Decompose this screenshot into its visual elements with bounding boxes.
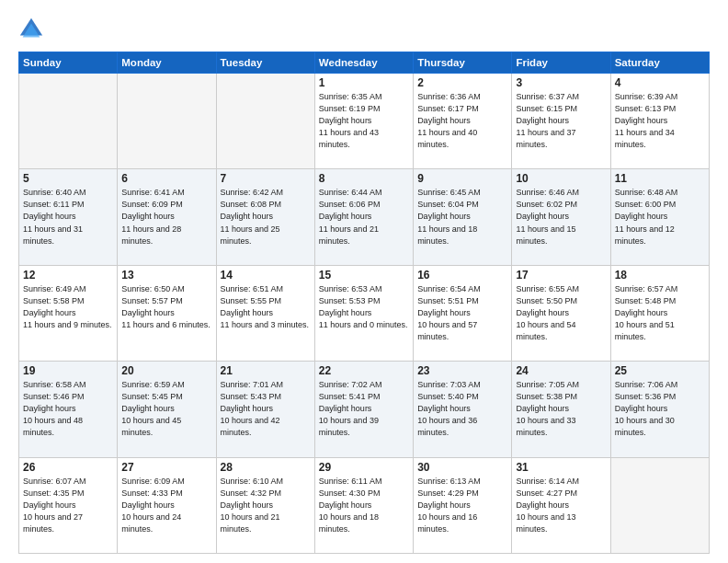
table-row: 21 Sunrise: 7:01 AM Sunset: 5:43 PM Dayl… bbox=[216, 362, 314, 457]
table-row: 12 Sunrise: 6:49 AM Sunset: 5:58 PM Dayl… bbox=[19, 265, 118, 361]
page: Sunday Monday Tuesday Wednesday Thursday… bbox=[0, 0, 728, 563]
day-info: Sunrise: 6:59 AM Sunset: 5:45 PM Dayligh… bbox=[121, 379, 211, 439]
day-number: 20 bbox=[121, 364, 211, 377]
table-row: 15 Sunrise: 6:53 AM Sunset: 5:53 PM Dayl… bbox=[314, 265, 413, 361]
day-number: 7 bbox=[221, 172, 311, 185]
table-row: 31 Sunrise: 6:14 AM Sunset: 4:27 PM Dayl… bbox=[512, 457, 610, 553]
day-info: Sunrise: 7:06 AM Sunset: 5:36 PM Dayligh… bbox=[615, 379, 705, 439]
table-row: 8 Sunrise: 6:44 AM Sunset: 6:06 PM Dayli… bbox=[314, 169, 413, 265]
table-row: 25 Sunrise: 7:06 AM Sunset: 5:36 PM Dayl… bbox=[610, 362, 709, 457]
day-info: Sunrise: 6:11 AM Sunset: 4:30 PM Dayligh… bbox=[319, 476, 409, 535]
col-sunday: Sunday bbox=[19, 52, 118, 74]
table-row: 11 Sunrise: 6:48 AM Sunset: 6:00 PM Dayl… bbox=[610, 169, 709, 265]
table-row: 26 Sunrise: 6:07 AM Sunset: 4:35 PM Dayl… bbox=[19, 457, 118, 553]
table-row: 2 Sunrise: 6:36 AM Sunset: 6:17 PM Dayli… bbox=[414, 74, 512, 169]
day-number: 10 bbox=[516, 172, 606, 185]
day-number: 9 bbox=[417, 172, 507, 185]
col-monday: Monday bbox=[118, 52, 216, 74]
table-row: 13 Sunrise: 6:50 AM Sunset: 5:57 PM Dayl… bbox=[118, 265, 216, 361]
day-number: 11 bbox=[615, 172, 705, 185]
calendar-week-row: 19 Sunrise: 6:58 AM Sunset: 5:46 PM Dayl… bbox=[19, 362, 710, 457]
col-thursday: Thursday bbox=[414, 52, 512, 74]
day-info: Sunrise: 6:37 AM Sunset: 6:15 PM Dayligh… bbox=[516, 91, 606, 151]
logo bbox=[18, 17, 48, 42]
table-row: 30 Sunrise: 6:13 AM Sunset: 4:29 PM Dayl… bbox=[414, 457, 512, 553]
table-row: 23 Sunrise: 7:03 AM Sunset: 5:40 PM Dayl… bbox=[414, 362, 512, 457]
table-row: 3 Sunrise: 6:37 AM Sunset: 6:15 PM Dayli… bbox=[512, 74, 610, 169]
day-info: Sunrise: 6:45 AM Sunset: 6:04 PM Dayligh… bbox=[417, 187, 507, 247]
logo-icon bbox=[18, 17, 44, 42]
day-info: Sunrise: 6:41 AM Sunset: 6:09 PM Dayligh… bbox=[121, 187, 211, 247]
day-info: Sunrise: 6:07 AM Sunset: 4:35 PM Dayligh… bbox=[23, 476, 113, 535]
day-number: 6 bbox=[121, 172, 211, 185]
col-saturday: Saturday bbox=[610, 52, 709, 74]
day-number: 12 bbox=[23, 269, 113, 282]
day-number: 22 bbox=[319, 364, 409, 377]
day-number: 30 bbox=[417, 461, 507, 474]
table-row: 27 Sunrise: 6:09 AM Sunset: 4:33 PM Dayl… bbox=[118, 457, 216, 553]
table-row bbox=[216, 74, 314, 169]
day-number: 8 bbox=[319, 172, 409, 185]
day-number: 25 bbox=[615, 364, 705, 377]
table-row: 29 Sunrise: 6:11 AM Sunset: 4:30 PM Dayl… bbox=[314, 457, 413, 553]
day-info: Sunrise: 6:55 AM Sunset: 5:50 PM Dayligh… bbox=[516, 283, 606, 343]
table-row: 16 Sunrise: 6:54 AM Sunset: 5:51 PM Dayl… bbox=[414, 265, 512, 361]
day-number: 16 bbox=[417, 269, 507, 282]
day-info: Sunrise: 6:58 AM Sunset: 5:46 PM Dayligh… bbox=[23, 379, 113, 439]
day-info: Sunrise: 6:35 AM Sunset: 6:19 PM Dayligh… bbox=[319, 91, 409, 151]
day-info: Sunrise: 6:10 AM Sunset: 4:32 PM Dayligh… bbox=[221, 476, 311, 535]
day-info: Sunrise: 6:14 AM Sunset: 4:27 PM Dayligh… bbox=[516, 476, 606, 535]
day-number: 26 bbox=[23, 461, 113, 474]
table-row: 1 Sunrise: 6:35 AM Sunset: 6:19 PM Dayli… bbox=[314, 74, 413, 169]
table-row: 10 Sunrise: 6:46 AM Sunset: 6:02 PM Dayl… bbox=[512, 169, 610, 265]
day-info: Sunrise: 6:36 AM Sunset: 6:17 PM Dayligh… bbox=[417, 91, 507, 151]
table-row: 24 Sunrise: 7:05 AM Sunset: 5:38 PM Dayl… bbox=[512, 362, 610, 457]
day-number: 14 bbox=[221, 269, 311, 282]
table-row: 17 Sunrise: 6:55 AM Sunset: 5:50 PM Dayl… bbox=[512, 265, 610, 361]
day-info: Sunrise: 6:46 AM Sunset: 6:02 PM Dayligh… bbox=[516, 187, 606, 247]
table-row bbox=[19, 74, 118, 169]
day-number: 27 bbox=[121, 461, 211, 474]
calendar-week-row: 12 Sunrise: 6:49 AM Sunset: 5:58 PM Dayl… bbox=[19, 265, 710, 361]
day-number: 21 bbox=[221, 364, 311, 377]
day-number: 17 bbox=[516, 269, 606, 282]
header bbox=[18, 17, 710, 42]
day-number: 2 bbox=[417, 76, 507, 89]
table-row bbox=[610, 457, 709, 553]
day-number: 23 bbox=[417, 364, 507, 377]
day-info: Sunrise: 6:13 AM Sunset: 4:29 PM Dayligh… bbox=[417, 476, 507, 535]
day-info: Sunrise: 6:42 AM Sunset: 6:08 PM Dayligh… bbox=[221, 187, 311, 247]
day-number: 4 bbox=[615, 76, 705, 89]
table-row: 18 Sunrise: 6:57 AM Sunset: 5:48 PM Dayl… bbox=[610, 265, 709, 361]
calendar-week-row: 5 Sunrise: 6:40 AM Sunset: 6:11 PM Dayli… bbox=[19, 169, 710, 265]
day-number: 1 bbox=[319, 76, 409, 89]
table-row: 6 Sunrise: 6:41 AM Sunset: 6:09 PM Dayli… bbox=[118, 169, 216, 265]
day-info: Sunrise: 6:53 AM Sunset: 5:53 PM Dayligh… bbox=[319, 283, 409, 331]
calendar-table: Sunday Monday Tuesday Wednesday Thursday… bbox=[18, 52, 710, 554]
day-info: Sunrise: 6:44 AM Sunset: 6:06 PM Dayligh… bbox=[319, 187, 409, 247]
table-row: 4 Sunrise: 6:39 AM Sunset: 6:13 PM Dayli… bbox=[610, 74, 709, 169]
table-row: 9 Sunrise: 6:45 AM Sunset: 6:04 PM Dayli… bbox=[414, 169, 512, 265]
day-info: Sunrise: 7:03 AM Sunset: 5:40 PM Dayligh… bbox=[417, 379, 507, 439]
table-row: 20 Sunrise: 6:59 AM Sunset: 5:45 PM Dayl… bbox=[118, 362, 216, 457]
day-number: 24 bbox=[516, 364, 606, 377]
day-info: Sunrise: 7:05 AM Sunset: 5:38 PM Dayligh… bbox=[516, 379, 606, 439]
calendar-week-row: 1 Sunrise: 6:35 AM Sunset: 6:19 PM Dayli… bbox=[19, 74, 710, 169]
col-friday: Friday bbox=[512, 52, 610, 74]
day-info: Sunrise: 7:02 AM Sunset: 5:41 PM Dayligh… bbox=[319, 379, 409, 439]
day-info: Sunrise: 6:57 AM Sunset: 5:48 PM Dayligh… bbox=[615, 283, 705, 343]
day-info: Sunrise: 6:51 AM Sunset: 5:55 PM Dayligh… bbox=[221, 283, 311, 331]
calendar-week-row: 26 Sunrise: 6:07 AM Sunset: 4:35 PM Dayl… bbox=[19, 457, 710, 553]
table-row: 22 Sunrise: 7:02 AM Sunset: 5:41 PM Dayl… bbox=[314, 362, 413, 457]
day-number: 3 bbox=[516, 76, 606, 89]
day-number: 13 bbox=[121, 269, 211, 282]
day-number: 15 bbox=[319, 269, 409, 282]
day-info: Sunrise: 6:39 AM Sunset: 6:13 PM Dayligh… bbox=[615, 91, 705, 151]
table-row: 14 Sunrise: 6:51 AM Sunset: 5:55 PM Dayl… bbox=[216, 265, 314, 361]
calendar-header-row: Sunday Monday Tuesday Wednesday Thursday… bbox=[19, 52, 710, 74]
day-info: Sunrise: 6:50 AM Sunset: 5:57 PM Dayligh… bbox=[121, 283, 211, 331]
table-row bbox=[118, 74, 216, 169]
table-row: 19 Sunrise: 6:58 AM Sunset: 5:46 PM Dayl… bbox=[19, 362, 118, 457]
table-row: 5 Sunrise: 6:40 AM Sunset: 6:11 PM Dayli… bbox=[19, 169, 118, 265]
day-number: 31 bbox=[516, 461, 606, 474]
